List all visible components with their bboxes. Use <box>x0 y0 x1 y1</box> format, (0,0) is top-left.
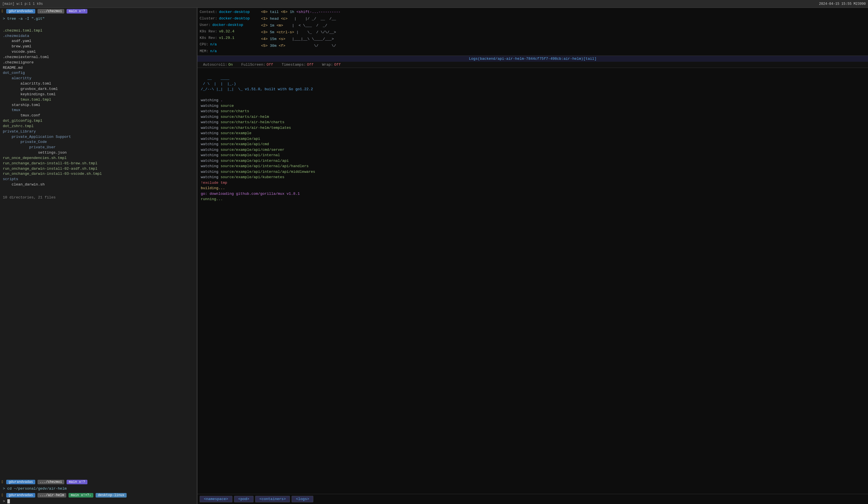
terminal-content: > tree -a -I ".git" .chezmoi.toml.tmpl .… <box>0 15 197 479</box>
apple-icon-3:  <box>2 493 4 497</box>
logs-control-bar: Autoscroll: On FullScreen: Off Timestamp… <box>197 62 868 68</box>
logs-title-bar: Logs(backend/api-air-helm-7844cf75f7-498… <box>197 55 868 62</box>
datetime-info: 2024-04-15 15:55 M23990 <box>819 2 866 6</box>
k9srev-label: K9s Rev: <box>200 29 217 35</box>
cpu-row: CPU: n/a <box>200 41 250 48</box>
k9s-header: Context: docker-desktop Cluster: docker-… <box>197 8 868 55</box>
k9srev-value: v0.32.4 <box>219 29 234 35</box>
prompt-bar-1:  gdurandvadas .../chezmoi main x!? <box>0 8 197 15</box>
tab-containers[interactable]: <containers> <box>255 496 290 502</box>
k8srev-label: K8s Rev: <box>200 35 217 41</box>
k8s-badge: desktop-linux <box>96 493 127 497</box>
cpu-label: CPU: <box>200 41 208 48</box>
fullscreen-value: Off <box>267 63 273 67</box>
path-badge-1: .../chezmoi <box>38 9 64 13</box>
user-value: docker-desktop <box>212 22 243 28</box>
user-badge-2: gdurandvadas <box>6 480 35 484</box>
mem-value: n/a <box>210 48 217 54</box>
timestamps-ctrl: Timestamps: Off <box>282 63 313 67</box>
k9s-info: Context: docker-desktop Cluster: docker-… <box>200 9 250 54</box>
command-2: > cd ~/personal/gedv/air-helm <box>3 486 194 491</box>
shortcut-5: <5> 30m <f> \/ \/ <box>261 43 341 49</box>
tab-logs[interactable]: <logs> <box>292 496 313 502</box>
tree-output: .chezmoi.toml.tmpl .chezmoidata asdf.yam… <box>3 23 194 193</box>
right-pane: Context: docker-desktop Cluster: docker-… <box>197 8 868 504</box>
main-area:  gdurandvadas .../chezmoi main x!? > tr… <box>0 8 868 504</box>
log-content: __ ____ / \ | | |_.) /_/--\ |_| |_| \_ v… <box>197 68 868 494</box>
shortcut-1: <1> head <c> | |/ _/ __ /__ <box>261 16 341 22</box>
shortcut-3: <3> 5m <ctrl-s> | \_ / \/\/__> <box>261 29 341 35</box>
autoscroll-value: On <box>228 63 233 67</box>
cluster-value: docker-desktop <box>219 15 250 22</box>
user-label: User: <box>200 22 211 28</box>
path-badge-3: .../air-helm <box>38 493 66 497</box>
prompt-bar-3:  gdurandvadas .../air-helm main x!+?↓ d… <box>0 492 197 498</box>
k8srev-row: K8s Rev: v1.29.1 <box>200 35 250 41</box>
mem-label: MEM: <box>200 48 208 54</box>
cursor-prompt: > <box>3 499 5 503</box>
apple-icon-2:  <box>2 480 4 484</box>
timestamps-label: Timestamps: <box>282 63 306 67</box>
user-row: User: docker-desktop <box>200 22 250 28</box>
k9s-shortcuts: <0> tail <6> 1h <shift-...---------- <1>… <box>261 9 341 54</box>
cpu-value: n/a <box>210 41 217 48</box>
command-1: > tree -a -I ".git" <box>3 16 194 22</box>
logs-title: Logs(backend/api-air-helm-7844cf75f7-498… <box>469 57 597 61</box>
branch-badge-3: main x!+?↓ <box>69 493 93 497</box>
timestamps-value: Off <box>307 63 313 67</box>
context-label: Context: <box>200 9 217 15</box>
wrap-label: Wrap: <box>322 63 333 67</box>
session-info: [main] w:1 p:1 1 k9s <box>2 2 43 6</box>
k9srev-row: K9s Rev: v0.32.4 <box>200 29 250 35</box>
context-value: docker-desktop <box>219 9 250 15</box>
wrap-value: Off <box>334 63 341 67</box>
wrap-ctrl: Wrap: Off <box>322 63 341 67</box>
top-bar-right: 2024-04-15 15:55 M23990 <box>819 2 866 6</box>
branch-badge-1: main x!? <box>66 9 87 13</box>
tab-namespace[interactable]: <namespace> <box>200 496 232 502</box>
apple-icon-1:  <box>2 9 4 13</box>
autoscroll-ctrl: Autoscroll: On <box>203 63 232 67</box>
user-badge-1: gdurandvadas <box>6 9 35 13</box>
branch-badge-2: main x!? <box>66 480 87 484</box>
top-bar: [main] w:1 p:1 1 k9s 2024-04-15 15:55 M2… <box>0 0 868 8</box>
mem-row: MEM: n/a <box>200 48 250 54</box>
tab-pod[interactable]: <pod> <box>234 496 254 502</box>
shortcut-2: <2> 1m <m> | < \___ / _/ <box>261 23 341 29</box>
path-badge-2: .../chezmoi <box>38 480 64 484</box>
fullscreen-label: FullScreen: <box>241 63 265 67</box>
left-pane:  gdurandvadas .../chezmoi main x!? > tr… <box>0 8 197 504</box>
autoscroll-label: Autoscroll: <box>203 63 227 67</box>
user-badge-3: gdurandvadas <box>6 493 35 497</box>
k8srev-value: v1.29.1 <box>219 35 234 41</box>
prompt-bar-2:  gdurandvadas .../chezmoi main x!? <box>0 479 197 485</box>
shortcut-4: <4> 15m <s> |___|__\ \____/___> <box>261 36 341 42</box>
context-row: Context: docker-desktop <box>200 9 250 15</box>
bottom-section: > cd ~/personal/gedv/air-helm <box>0 485 197 492</box>
tree-summary: 10 directories, 21 files <box>3 195 194 200</box>
top-bar-left: [main] w:1 p:1 1 k9s <box>2 2 43 6</box>
cluster-row: Cluster: docker-desktop <box>200 15 250 22</box>
fullscreen-ctrl: FullScreen: Off <box>241 63 273 67</box>
cluster-label: Cluster: <box>200 15 217 22</box>
cursor-line[interactable]: > <box>0 498 197 504</box>
shortcut-0: <0> tail <6> 1h <shift-...---------- <box>261 9 341 15</box>
k9s-bottom-tabs: <namespace> <pod> <containers> <logs> <box>197 494 868 504</box>
